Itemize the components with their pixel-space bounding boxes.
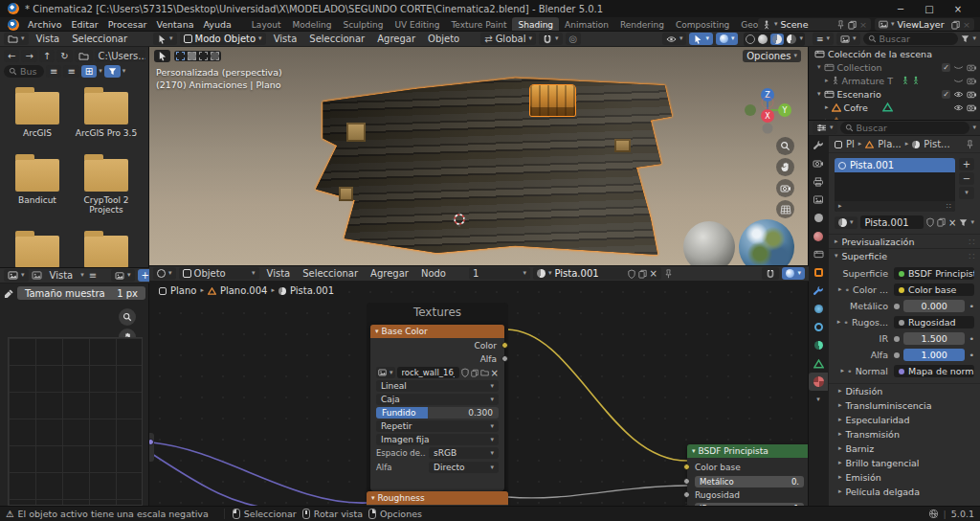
tab-modeling[interactable]: Modeling — [286, 17, 337, 32]
viewport-menu-objeto[interactable]: Objeto — [423, 34, 464, 44]
properties-search[interactable] — [840, 122, 970, 134]
select-mode-lasso[interactable] — [211, 52, 219, 60]
tab-layout[interactable]: Layout — [246, 17, 287, 32]
scene-chest-mesh[interactable] — [530, 85, 575, 116]
tabs-more-chevron[interactable]: ▾ — [809, 391, 828, 409]
tab-output-icon[interactable] — [809, 172, 828, 191]
collapse-icon[interactable]: ▾ — [371, 495, 375, 502]
expand-icon[interactable]: ▸ — [838, 286, 842, 293]
maximize-button[interactable]: □ — [915, 0, 944, 17]
outliner-display-mode[interactable]: ▾ — [836, 33, 860, 45]
network-offline-icon[interactable] — [928, 509, 939, 519]
checkbox-icon[interactable]: ✓ — [942, 90, 950, 99]
nav-forward-button[interactable]: → — [21, 50, 36, 62]
viewport-camera-icon[interactable] — [776, 179, 794, 197]
material-name-field[interactable]: Pista.001 — [860, 215, 924, 229]
select-mode-box[interactable] — [188, 52, 196, 60]
panel-transluminiscencia[interactable]: ▸Transluminiscencia — [829, 398, 980, 413]
panel-especularidad[interactable]: ▸Especularidad — [829, 413, 980, 427]
viewport-menu-seleccionar[interactable]: Seleccionar — [304, 34, 369, 44]
color-output-socket[interactable] — [501, 342, 508, 349]
viewport-menu-vista[interactable]: Vista — [269, 34, 302, 44]
add-slot-button[interactable]: + — [959, 158, 974, 170]
new-scene-icon[interactable] — [848, 20, 857, 30]
animate-dot[interactable]: • — [969, 301, 974, 311]
panel-pelicula-delgada[interactable]: ▸Película delgada — [829, 485, 980, 499]
metallic-slider[interactable]: 0.000 — [903, 300, 965, 312]
filter-button[interactable] — [104, 65, 121, 78]
node-overlays-dropdown[interactable]: ▾ — [782, 267, 805, 280]
panel-brillo-tangencial[interactable]: ▸Brillo tangencial — [829, 456, 980, 470]
folder-item[interactable] — [75, 236, 138, 268]
base-color-socket[interactable] — [683, 464, 690, 470]
hide-eye-closed-icon[interactable] — [953, 78, 964, 84]
outliner-row-collection[interactable]: ▾ Collection ✓ — [809, 60, 980, 74]
checkbox-icon[interactable]: ✓ — [942, 63, 950, 72]
alpha-output-socket[interactable] — [501, 355, 508, 362]
tab-collection-icon[interactable] — [809, 245, 828, 263]
panel-transmision[interactable]: ▸Transmisión — [829, 427, 980, 442]
alpha-mode-dropdown[interactable]: Directo▾ — [429, 462, 499, 473]
outliner-search-input[interactable] — [880, 34, 954, 44]
node-menu-vista[interactable]: Vista — [262, 268, 296, 279]
scene-structure-mesh[interactable] — [316, 73, 672, 255]
disable-render-camera-icon[interactable] — [967, 103, 977, 112]
tab-modifiers-icon[interactable] — [809, 282, 828, 300]
outliner-search[interactable] — [863, 33, 959, 45]
tab-uv-editing[interactable]: UV Editing — [389, 17, 445, 32]
expand-icon[interactable]: ▾ — [817, 64, 821, 71]
shader-type-selector[interactable]: Objeto▾ — [179, 267, 259, 280]
editor-type-shader[interactable]: ▾ — [153, 267, 176, 280]
normal-value[interactable]: Mapa de norm... — [894, 365, 974, 377]
tab-object-icon[interactable] — [809, 263, 828, 282]
colorspace-dropdown[interactable]: sRGB▾ — [429, 447, 499, 459]
outliner-row-escenario[interactable]: ▾ Escenario ✓ — [809, 87, 980, 101]
unlink-image-icon[interactable]: × — [491, 368, 499, 378]
pin-icon[interactable] — [836, 20, 845, 30]
extension-dropdown[interactable]: Repetir▾ — [376, 420, 499, 432]
node-menu-nodo[interactable]: Nodo — [416, 268, 451, 279]
bsdf-node[interactable]: ▾ BSDF Principista Color base Metálico0.… — [687, 444, 809, 506]
close-button[interactable]: × — [944, 0, 972, 17]
mode-selector[interactable]: Modo Objeto▾ — [180, 33, 266, 45]
roughness-socket[interactable] — [683, 491, 690, 498]
browse-material-button[interactable]: ▾ — [835, 216, 858, 229]
nav-back-button[interactable]: ← — [4, 50, 19, 62]
panel-surface[interactable]: ▾ Superficie ∷ — [829, 248, 980, 262]
scene-crate-mesh[interactable] — [346, 123, 366, 142]
tab-compositing[interactable]: Compositing — [670, 17, 735, 32]
file-search-input[interactable] — [20, 66, 39, 77]
display-settings-chevron[interactable]: ▾ — [99, 68, 102, 75]
eyedropper-icon[interactable] — [4, 288, 14, 299]
new-layer-icon[interactable] — [951, 20, 960, 30]
menu-editar[interactable]: Editar — [67, 19, 103, 30]
tab-world-icon[interactable] — [809, 227, 828, 245]
tab-geometry-nodes[interactable]: Geometry Nodes — [735, 17, 758, 32]
tab-object-data-icon[interactable] — [809, 354, 828, 373]
editor-type-file-browser[interactable]: ▾ — [4, 33, 29, 45]
roughness-value[interactable]: Rugosidad — [894, 316, 974, 328]
remove-slot-button[interactable]: − — [959, 172, 974, 185]
panel-barniz[interactable]: ▸Barniz — [829, 442, 980, 456]
animate-dot[interactable]: • — [969, 333, 974, 344]
disable-render-camera-icon[interactable] — [967, 77, 977, 85]
viewport-zoom-icon[interactable] — [776, 137, 794, 155]
properties-search-input[interactable] — [857, 123, 966, 133]
node-menu-seleccionar[interactable]: Seleccionar — [298, 268, 363, 279]
folder-item[interactable]: CrypTool 2 Projects — [75, 159, 138, 215]
roughness-node[interactable]: ▾ Roughness — [367, 491, 508, 506]
editor-type-properties[interactable]: ▾ — [813, 122, 837, 134]
alpha-slider[interactable]: 1.000 — [903, 349, 965, 361]
filter-chevron[interactable]: ▾ — [122, 68, 126, 75]
scene-crate-mesh[interactable] — [339, 187, 353, 201]
tab-view-layer-icon[interactable] — [809, 191, 828, 209]
nav-up-button[interactable]: ↑ — [39, 50, 55, 62]
editor-type-3d[interactable]: ▾ — [153, 33, 177, 45]
fake-user-shield-icon[interactable] — [461, 368, 469, 377]
display-horizontal-list-button[interactable]: ≡ — [63, 65, 78, 78]
zoom-tool-icon[interactable] — [119, 308, 136, 326]
tab-animation[interactable]: Animation — [559, 17, 614, 32]
open-image-icon[interactable] — [480, 369, 489, 376]
file-menu-seleccionar[interactable]: Seleccionar — [67, 34, 132, 44]
pin-icon[interactable] — [966, 140, 974, 149]
